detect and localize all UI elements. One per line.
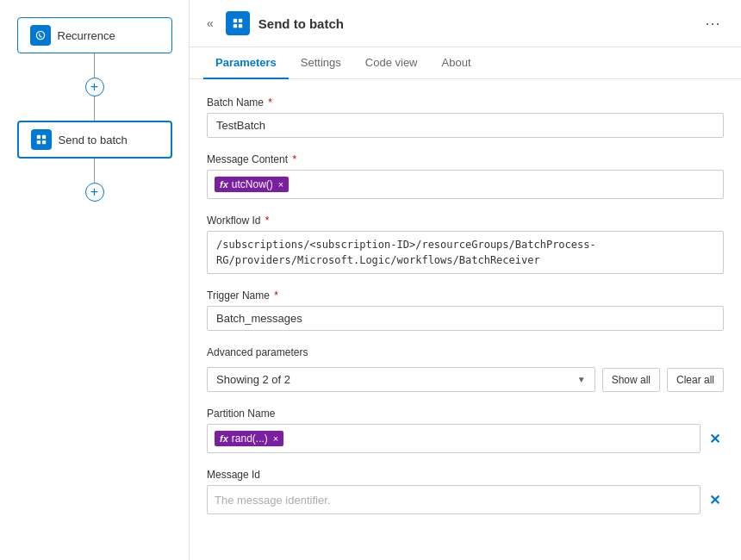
left-panel: Recurrence + Send to batch + [0, 0, 190, 560]
rand-token-close[interactable]: × [273, 433, 278, 444]
workflow-id-label: Workflow Id * [207, 215, 724, 227]
recurrence-label: Recurrence [58, 29, 115, 42]
message-id-row: The message identifier. ✕ [207, 485, 724, 514]
send-to-batch-label: Send to batch [59, 134, 128, 146]
chevron-down-icon: ▼ [577, 375, 586, 384]
more-button[interactable]: ⋯ [698, 10, 727, 36]
batch-name-label: Batch Name * [207, 96, 724, 109]
partition-name-input[interactable]: fx rand(...) × [207, 424, 701, 453]
tab-about[interactable]: About [430, 47, 483, 79]
trigger-name-label: Trigger Name * [207, 289, 724, 302]
recurrence-icon [30, 25, 51, 46]
recurrence-node[interactable]: Recurrence [17, 17, 172, 53]
message-content-group: Message Content * fx utcNow() × [207, 153, 724, 199]
panel-title: Send to batch [258, 16, 689, 31]
batch-icon [31, 129, 52, 150]
message-id-input[interactable]: The message identifier. [207, 485, 701, 514]
connector-1 [94, 53, 95, 78]
add-button-1[interactable]: + [85, 78, 104, 96]
add-button-2[interactable]: + [85, 183, 104, 202]
svg-rect-4 [234, 19, 237, 22]
message-id-group: Message Id The message identifier. ✕ [207, 469, 724, 514]
svg-rect-5 [239, 19, 242, 22]
right-header: « Send to batch ⋯ [190, 0, 741, 47]
send-to-batch-node[interactable]: Send to batch [17, 121, 172, 159]
batch-name-input[interactable] [207, 113, 724, 138]
token-close-button[interactable]: × [278, 179, 283, 190]
svg-rect-3 [41, 140, 45, 144]
workflow-id-group: Workflow Id * /subscriptions/<subscripti… [207, 215, 724, 274]
tab-settings[interactable]: Settings [289, 47, 353, 79]
rand-token[interactable]: fx rand(...) × [215, 431, 283, 446]
partition-remove-button[interactable]: ✕ [706, 429, 724, 449]
connector-2 [94, 96, 95, 121]
partition-name-row: fx rand(...) × ✕ [207, 424, 724, 453]
advanced-parameters-label: Advanced parameters [207, 346, 724, 358]
svg-rect-7 [239, 24, 242, 28]
right-panel: « Send to batch ⋯ Parameters Settings Co… [190, 0, 741, 560]
rand-token-text: rand(...) [232, 432, 268, 445]
svg-rect-6 [234, 24, 237, 28]
batch-name-group: Batch Name * [207, 96, 724, 138]
partition-name-group: Partition Name fx rand(...) × ✕ [207, 408, 724, 453]
svg-rect-0 [36, 135, 40, 139]
trigger-name-input[interactable] [207, 306, 724, 331]
partition-name-label: Partition Name [207, 408, 724, 420]
clear-all-button[interactable]: Clear all [667, 368, 724, 392]
advanced-parameters-row: Showing 2 of 2 ▼ Show all Clear all [207, 367, 724, 392]
svg-rect-2 [36, 140, 40, 144]
collapse-button[interactable]: « [203, 13, 217, 34]
tab-code-view[interactable]: Code view [353, 47, 430, 79]
advanced-parameters-select[interactable]: Showing 2 of 2 ▼ [207, 367, 595, 392]
message-id-placeholder: The message identifier. [215, 494, 330, 507]
workflow-id-input[interactable]: /subscriptions/<subscription-ID>/resourc… [207, 231, 724, 274]
advanced-parameters-section: Advanced parameters Showing 2 of 2 ▼ Sho… [207, 346, 724, 392]
message-content-input[interactable]: fx utcNow() × [207, 170, 724, 199]
utcnow-token[interactable]: fx utcNow() × [215, 177, 289, 192]
connector-3 [94, 159, 95, 183]
token-fx-icon: fx [220, 179, 228, 190]
tab-parameters[interactable]: Parameters [203, 47, 289, 79]
form-body: Batch Name * Message Content * fx utcNow… [190, 79, 741, 532]
advanced-select-text: Showing 2 of 2 [216, 373, 290, 386]
message-id-label: Message Id [207, 469, 724, 481]
message-content-label: Message Content * [207, 153, 724, 165]
trigger-name-group: Trigger Name * [207, 289, 724, 331]
token-text: utcNow() [232, 178, 273, 190]
token-fx-icon-2: fx [220, 433, 228, 444]
show-all-button[interactable]: Show all [602, 368, 660, 392]
tabs-bar: Parameters Settings Code view About [190, 47, 741, 79]
svg-rect-1 [41, 135, 45, 139]
header-icon [226, 11, 250, 35]
message-id-remove-button[interactable]: ✕ [706, 490, 724, 510]
